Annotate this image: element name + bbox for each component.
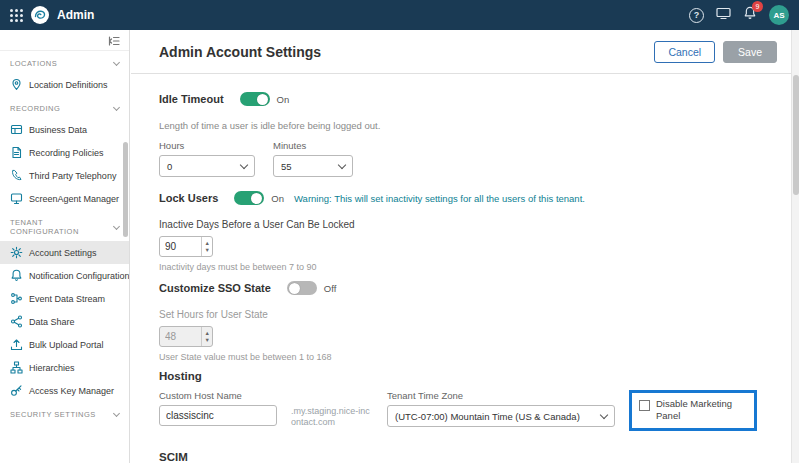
sidebar-section-security-settings[interactable]: SECURITY SETTINGS	[0, 402, 129, 424]
custom-host-name-label: Custom Host Name	[159, 390, 277, 401]
sidebar-item-account-settings[interactable]: Account Settings	[0, 241, 129, 264]
main-scrollbar-thumb[interactable]	[793, 75, 799, 195]
page-title: Admin Account Settings	[159, 44, 321, 60]
inactive-days-input[interactable]	[160, 237, 201, 256]
chevron-down-icon	[113, 222, 120, 229]
sidebar-item-hierarchies[interactable]: Hierarchies	[0, 356, 129, 379]
main-scrollbar[interactable]	[791, 30, 799, 463]
chevron-down-icon	[113, 410, 120, 417]
sidebar-item-access-key-manager[interactable]: Access Key Manager	[0, 379, 129, 402]
settings-form: Idle Timeout On Length of time a user is…	[131, 74, 799, 463]
scim-heading: SCIM	[159, 451, 771, 463]
sidebar-section-tenant-configuration[interactable]: TENANT CONFIGURATION	[0, 210, 129, 241]
minutes-select[interactable]: 55	[273, 155, 353, 177]
sso-label: Customize SSO State	[159, 282, 271, 294]
custom-host-name-input[interactable]	[159, 405, 277, 426]
stepper-arrows-icon[interactable]: ▲▼	[201, 327, 212, 346]
lock-users-state: On	[271, 193, 284, 204]
chevron-down-icon	[600, 410, 608, 418]
user-state-hours-label: Set Hours for User State	[159, 309, 771, 320]
main-panel: Admin Account Settings Cancel Save Idle …	[131, 30, 799, 463]
sidebar-section-recording[interactable]: RECORDING	[0, 96, 129, 118]
save-button[interactable]: Save	[723, 41, 777, 63]
idle-timeout-label: Idle Timeout	[159, 93, 224, 105]
telephony-icon	[10, 169, 23, 182]
sidebar-item-location-definitions[interactable]: Location Definitions	[0, 73, 129, 96]
inactive-days-hint: Inactivity days must be between 7 to 90	[159, 262, 771, 272]
sidebar-item-data-share[interactable]: Data Share	[0, 310, 129, 333]
hours-label: Hours	[159, 140, 255, 151]
key-icon	[10, 384, 23, 397]
chevron-down-icon	[338, 160, 346, 168]
sidebar-section-locations[interactable]: LOCATIONS	[0, 51, 129, 73]
disable-marketing-panel-highlight: Disable Marketing Panel	[629, 390, 757, 431]
stream-icon	[10, 292, 23, 305]
hierarchy-icon	[10, 361, 23, 374]
chevron-down-icon	[240, 160, 248, 168]
business-data-icon	[10, 123, 23, 136]
minutes-label: Minutes	[273, 140, 353, 151]
bell-icon	[10, 269, 23, 282]
custom-host-suffix: .my.staging.nice-incontact.com	[291, 390, 373, 429]
collapse-sidebar-icon[interactable]	[0, 30, 129, 51]
help-icon[interactable]: ?	[689, 8, 704, 23]
lock-users-toggle[interactable]	[234, 191, 264, 205]
sidebar-item-event-data-stream[interactable]: Event Data Stream	[0, 287, 129, 310]
hours-select[interactable]: 0	[159, 155, 255, 177]
sso-state: Off	[324, 283, 337, 294]
sidebar-item-notification-configuration[interactable]: Notification Configuration	[0, 264, 129, 287]
sidebar-item-recording-policies[interactable]: Recording Policies	[0, 141, 129, 164]
brand-logo-icon	[31, 6, 49, 24]
sso-toggle[interactable]	[287, 281, 317, 295]
recording-policies-icon	[10, 146, 23, 159]
cancel-button[interactable]: Cancel	[654, 41, 715, 63]
sidebar-item-bulk-upload-portal[interactable]: Bulk Upload Portal	[0, 333, 129, 356]
idle-timeout-state: On	[277, 94, 290, 105]
tenant-time-zone-select[interactable]: (UTC-07:00) Mountain Time (US & Canada)	[387, 405, 615, 427]
app-title: Admin	[57, 8, 94, 22]
idle-timeout-description: Length of time a user is idle before bei…	[159, 120, 771, 131]
inactive-days-stepper: ▲▼	[159, 236, 213, 257]
sidebar-scrollbar[interactable]	[123, 142, 128, 237]
lock-users-warning: Warning: This will set inactivity settin…	[294, 193, 585, 204]
sidebar-item-screenagent-manager[interactable]: ScreenAgent Manager	[0, 187, 129, 210]
user-state-hours-input[interactable]	[160, 327, 201, 346]
user-state-hours-hint: User State value must be between 1 to 16…	[159, 352, 771, 362]
screenagent-monitor-icon	[10, 192, 23, 205]
app-grid-icon[interactable]	[10, 9, 23, 22]
inactive-days-label: Inactive Days Before a User Can Be Locke…	[159, 219, 771, 230]
share-icon	[10, 315, 23, 328]
sidebar-item-business-data[interactable]: Business Data	[0, 118, 129, 141]
page-header: Admin Account Settings Cancel Save	[131, 30, 799, 74]
hosting-heading: Hosting	[159, 370, 771, 382]
sidebar: LOCATIONS Location Definitions RECORDING…	[0, 30, 130, 463]
location-pin-icon	[10, 78, 23, 91]
chevron-down-icon	[113, 59, 120, 66]
notification-badge: 9	[752, 1, 763, 12]
gear-icon	[10, 246, 23, 259]
chevron-down-icon	[113, 104, 120, 111]
sidebar-item-third-party-telephony[interactable]: Third Party Telephony	[0, 164, 129, 187]
upload-icon	[10, 338, 23, 351]
tenant-time-zone-label: Tenant Time Zone	[387, 390, 615, 401]
notifications-bell-icon[interactable]: 9	[743, 6, 757, 24]
topbar: Admin ? 9 AS	[0, 0, 799, 30]
stepper-arrows-icon[interactable]: ▲▼	[201, 237, 212, 256]
feedback-monitor-icon[interactable]	[716, 6, 731, 24]
user-state-hours-stepper: ▲▼	[159, 326, 213, 347]
disable-marketing-label: Disable Marketing Panel	[656, 398, 747, 423]
disable-marketing-checkbox[interactable]	[639, 400, 650, 411]
idle-timeout-toggle[interactable]	[240, 92, 270, 106]
lock-users-label: Lock Users	[159, 192, 218, 204]
user-avatar[interactable]: AS	[769, 5, 789, 25]
